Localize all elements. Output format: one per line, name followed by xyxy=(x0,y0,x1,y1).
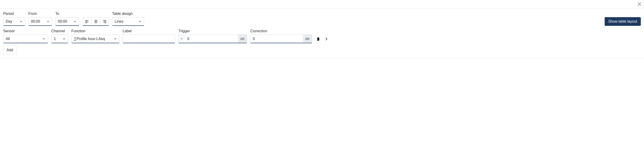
chevron-down-icon xyxy=(20,20,23,23)
trigger-unit: dB xyxy=(238,34,247,43)
trigger-input-wrap[interactable] xyxy=(185,34,238,43)
correction-label: Correction xyxy=(250,29,312,33)
channel-label: Channel xyxy=(51,29,68,33)
trigger-operator[interactable]: > xyxy=(178,34,185,43)
period-label: Period xyxy=(3,12,25,16)
add-row: Add xyxy=(3,46,641,55)
chevron-down-icon xyxy=(62,37,66,40)
trigger-group: > dB xyxy=(178,34,247,43)
align-left-button[interactable] xyxy=(82,18,91,26)
chevron-down-icon xyxy=(138,20,142,23)
period-value: Day xyxy=(6,20,18,24)
align-center-button[interactable] xyxy=(91,18,100,26)
add-button[interactable]: Add xyxy=(3,46,16,55)
sensor-label: Sensor xyxy=(3,29,48,33)
chevron-right-icon xyxy=(324,36,329,41)
chevron-down-icon xyxy=(42,37,46,40)
align-right-button[interactable] xyxy=(100,18,109,26)
trash-icon xyxy=(316,36,320,41)
table-design-label: Table design xyxy=(112,12,144,16)
labelcol-input-wrap[interactable] xyxy=(122,34,175,43)
trigger-label: Trigger xyxy=(178,29,247,33)
align-left-icon xyxy=(85,20,89,24)
labelcol-input[interactable] xyxy=(125,35,173,43)
function-select[interactable]: ∑Profile hour-LAeq xyxy=(72,34,120,43)
close-icon xyxy=(637,2,642,7)
from-label: From xyxy=(28,12,52,16)
align-center-icon xyxy=(94,20,98,24)
to-select[interactable]: 00:00 xyxy=(55,17,79,26)
delete-row-button[interactable] xyxy=(315,36,321,42)
sensor-select[interactable]: All xyxy=(3,34,48,43)
divider-bottom xyxy=(0,58,644,58)
align-group xyxy=(82,17,109,26)
period-select[interactable]: Day xyxy=(3,17,25,26)
correction-unit: dB xyxy=(303,34,312,43)
expand-row-button[interactable] xyxy=(324,36,330,42)
correction-group: dB xyxy=(250,34,312,43)
to-label: To xyxy=(55,12,79,16)
from-value: 00:00 xyxy=(31,20,44,24)
align-right-icon xyxy=(102,20,106,24)
chevron-down-icon xyxy=(114,37,117,40)
labelcol-label: Label xyxy=(122,29,175,33)
correction-input[interactable] xyxy=(253,35,300,43)
table-design-select[interactable]: Lines xyxy=(112,17,144,26)
sensor-value: All xyxy=(6,37,40,41)
chevron-down-icon xyxy=(46,20,50,23)
show-table-layout-button[interactable]: Show table layout xyxy=(605,17,641,26)
table-design-value: Lines xyxy=(114,20,136,24)
from-select[interactable]: 00:00 xyxy=(28,17,52,26)
row-actions xyxy=(315,34,330,43)
function-label: Function xyxy=(72,29,120,33)
close-button[interactable] xyxy=(636,1,643,7)
correction-input-wrap[interactable] xyxy=(250,34,303,43)
data-row: Sensor All Channel 1 Function ∑Profile h… xyxy=(3,29,641,43)
trigger-input[interactable] xyxy=(187,35,236,43)
function-value: ∑Profile hour-LAeq xyxy=(74,37,112,41)
config-row-top: Period Day From 00:00 To 00:00 xyxy=(3,12,641,26)
channel-select[interactable]: 1 xyxy=(51,34,68,43)
to-value: 00:00 xyxy=(58,20,72,24)
channel-value: 1 xyxy=(54,37,61,41)
chevron-down-icon xyxy=(74,20,77,23)
